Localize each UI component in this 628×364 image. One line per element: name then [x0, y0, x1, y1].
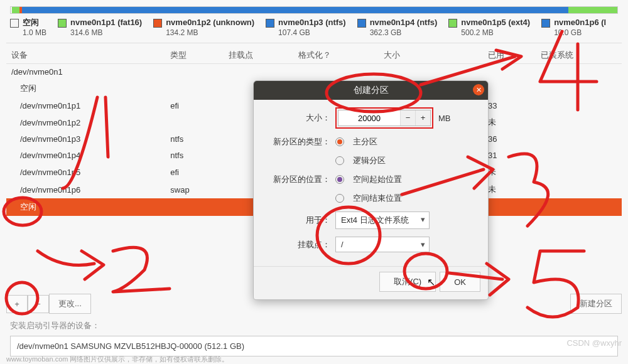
table-row[interactable]: /dev/nvme0n1	[6, 64, 622, 80]
bar-seg-nvme0n1p3 (ntfs)	[22, 7, 156, 13]
spin-minus-icon[interactable]: −	[400, 110, 415, 126]
cancel-button[interactable]: 取消(C)	[379, 272, 436, 292]
mountpoint-select[interactable]: /	[335, 237, 430, 252]
size-unit: MB	[438, 114, 451, 123]
col-device[interactable]: 设备	[6, 47, 165, 64]
bootloader-device-select[interactable]: /dev/nvme0n1 SAMSUNG MZVLB512HBJQ-00000 …	[10, 336, 618, 356]
swatch-icon	[153, 19, 162, 28]
legend-text: nvme0n1p4 (ntfs)362.3 GB	[370, 18, 438, 38]
legend-text: nvme0n1p2 (unknown)134.2 MB	[166, 18, 254, 38]
col-type[interactable]: 类型	[165, 47, 224, 64]
change-button[interactable]: 更改...	[49, 294, 91, 314]
size-label: 大小：	[263, 112, 330, 124]
radio-logical[interactable]	[335, 156, 344, 165]
swatch-icon	[448, 19, 457, 28]
legend-item[interactable]: nvme0n1p5 (ext4)500.2 MB	[448, 18, 530, 38]
new-partition-table-button[interactable]: 新建分区	[570, 294, 622, 314]
col-system[interactable]: 已装系统	[536, 47, 622, 64]
dialog-title-text: 创建分区	[354, 85, 389, 96]
radio-primary[interactable]	[335, 137, 344, 146]
legend-text: nvme0n1p3 (ntfs)107.4 GB	[278, 18, 346, 38]
size-input[interactable]	[338, 110, 400, 126]
legend-item[interactable]: nvme0n1p6 (l10.0 GB	[541, 18, 606, 38]
loc-label: 新分区的位置：	[263, 174, 330, 185]
dialog-titlebar[interactable]: 创建分区 ✕	[254, 81, 488, 100]
col-used[interactable]: 已用	[483, 47, 536, 64]
radio-logical-label: 逻辑分区	[353, 155, 386, 166]
radio-begin[interactable]	[335, 175, 344, 184]
col-size[interactable]: 大小	[379, 47, 483, 64]
bar-seg-nvme0n1p4 (ntfs)	[156, 7, 568, 13]
add-partition-button[interactable]: +	[6, 295, 28, 313]
radio-begin-label: 空间起始位置	[353, 174, 402, 185]
legend-text: nvme0n1p6 (l10.0 GB	[554, 18, 606, 38]
legend-text: 空闲1.0 MB	[23, 18, 46, 38]
disk-usage-bar	[10, 6, 618, 14]
radio-primary-label: 主分区	[353, 136, 377, 147]
csdn-watermark: CSDN @wxyhr	[566, 338, 622, 348]
radio-end[interactable]	[335, 194, 344, 203]
legend-item[interactable]: nvme0n1p1 (fat16)314.6 MB	[58, 18, 142, 38]
radio-end-label: 空间结束位置	[353, 193, 402, 204]
disk-legend: 空闲1.0 MBnvme0n1p1 (fat16)314.6 MBnvme0n1…	[0, 18, 628, 43]
swatch-icon	[58, 19, 67, 28]
legend-text: nvme0n1p5 (ext4)500.2 MB	[461, 18, 530, 38]
legend-item[interactable]: nvme0n1p2 (unknown)134.2 MB	[153, 18, 254, 38]
use-label: 用于：	[263, 215, 330, 226]
filesystem-select[interactable]: Ext4 日志文件系统	[335, 211, 430, 229]
bar-seg-nvme0n1p5 (ext4)	[568, 7, 580, 13]
legend-text: nvme0n1p1 (fat16)314.6 MB	[70, 18, 142, 38]
type-label: 新分区的类型：	[263, 136, 330, 147]
col-format[interactable]: 格式化？	[293, 47, 379, 64]
size-spinner[interactable]: − +	[338, 110, 431, 126]
bootloader-label: 安装启动引导器的设备：	[10, 320, 100, 331]
swatch-icon	[357, 19, 366, 28]
close-icon[interactable]: ✕	[473, 84, 484, 95]
create-partition-dialog: 创建分区 ✕ 大小： − + MB 新分区的类型： 主分区 逻辑分区	[253, 80, 489, 300]
watermark-text: www.toymoban.com 网络图片仅供展示，非存储，如有侵权请联系删除。	[6, 355, 229, 364]
swatch-icon	[541, 19, 550, 28]
ok-button[interactable]: OK	[440, 272, 480, 292]
bar-seg-nvme0n1p1 (fat16)	[12, 7, 19, 13]
swatch-icon	[10, 19, 19, 28]
swatch-icon	[266, 19, 274, 28]
remove-partition-button[interactable]: −	[28, 295, 49, 313]
legend-item[interactable]: nvme0n1p4 (ntfs)362.3 GB	[357, 18, 438, 38]
col-mount[interactable]: 挂载点	[224, 47, 293, 64]
legend-item[interactable]: 空闲1.0 MB	[10, 18, 46, 38]
spin-plus-icon[interactable]: +	[415, 110, 430, 126]
bar-seg-nvme0n1p6 (linux-swap)	[580, 7, 617, 13]
legend-item[interactable]: nvme0n1p3 (ntfs)107.4 GB	[266, 18, 346, 38]
size-highlight: − +	[335, 107, 433, 129]
mount-label: 挂载点：	[263, 239, 330, 250]
